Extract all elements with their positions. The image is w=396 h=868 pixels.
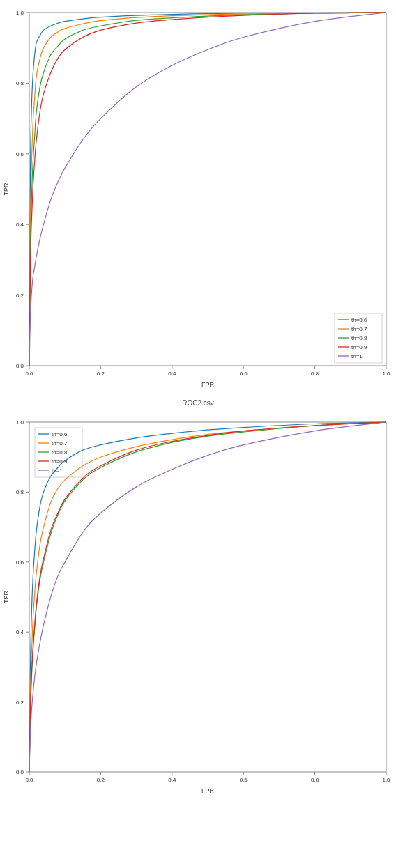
legend-label: th=0.6 — [351, 317, 367, 323]
y-tick-label: 0.6 — [16, 151, 24, 157]
roc-chart-1-svg: 0.00.20.40.60.81.00.00.20.40.60.81.0FPRT… — [0, 0, 396, 394]
legend-label: th=0.9 — [52, 458, 68, 465]
x-tick-label: 0.8 — [311, 777, 319, 783]
roc-curve — [29, 13, 386, 366]
roc-curve — [29, 13, 386, 366]
x-tick-label: 1.0 — [382, 777, 390, 783]
x-axis-label: FPR — [201, 787, 215, 794]
y-tick-label: 0.8 — [16, 489, 24, 495]
x-tick-label: 0.8 — [311, 371, 319, 377]
chart-2-title: ROC2.csv — [0, 394, 396, 410]
roc-chart-2-svg: 0.00.20.40.60.81.00.00.20.40.60.81.0FPRT… — [0, 410, 396, 800]
x-tick-label: 0.0 — [25, 777, 33, 783]
roc-curve — [29, 13, 386, 366]
plot-border — [29, 422, 386, 772]
y-tick-label: 0.2 — [16, 699, 24, 706]
x-tick-label: 0.2 — [97, 371, 105, 377]
roc-curve — [29, 13, 386, 366]
x-tick-label: 0.0 — [25, 371, 33, 377]
y-tick-label: 0.2 — [16, 293, 24, 299]
roc-curve — [29, 422, 386, 772]
roc-chart-1: 0.00.20.40.60.81.00.00.20.40.60.81.0FPRT… — [0, 0, 396, 394]
legend-label: th=0.6 — [52, 431, 68, 437]
x-tick-label: 0.6 — [240, 777, 248, 783]
legend-label: th=1 — [351, 353, 363, 359]
x-tick-label: 0.2 — [97, 777, 105, 783]
y-tick-label: 0.0 — [16, 363, 24, 369]
roc-curve — [29, 422, 386, 772]
legend-label: th=0.8 — [52, 449, 68, 456]
roc-chart-2: ROC2.csv 0.00.20.40.60.81.00.00.20.40.60… — [0, 394, 396, 800]
roc-curve — [29, 13, 386, 366]
roc-curve — [29, 422, 386, 772]
legend-label: th=0.9 — [351, 344, 367, 350]
x-tick-label: 0.6 — [240, 371, 248, 377]
y-tick-label: 1.0 — [16, 10, 24, 16]
y-tick-label: 0.4 — [16, 629, 24, 635]
x-tick-label: 0.4 — [168, 371, 176, 377]
x-tick-label: 1.0 — [382, 371, 390, 377]
y-tick-label: 0.4 — [16, 222, 24, 228]
plot-border — [29, 13, 386, 366]
y-tick-label: 0.0 — [16, 769, 24, 775]
y-axis-label: TPR — [3, 590, 10, 603]
y-tick-label: 0.6 — [16, 559, 24, 566]
legend-label: th=0.7 — [52, 440, 68, 447]
roc-curve — [29, 422, 386, 772]
legend-label: th=1 — [52, 467, 63, 474]
x-tick-label: 0.4 — [168, 777, 176, 783]
legend-label: th=0.7 — [351, 326, 367, 332]
y-tick-label: 1.0 — [16, 419, 24, 426]
y-tick-label: 0.8 — [16, 80, 24, 86]
roc-curve — [29, 422, 386, 772]
x-axis-label: FPR — [201, 381, 215, 388]
legend-label: th=0.8 — [351, 335, 367, 341]
y-axis-label: TPR — [3, 183, 10, 196]
